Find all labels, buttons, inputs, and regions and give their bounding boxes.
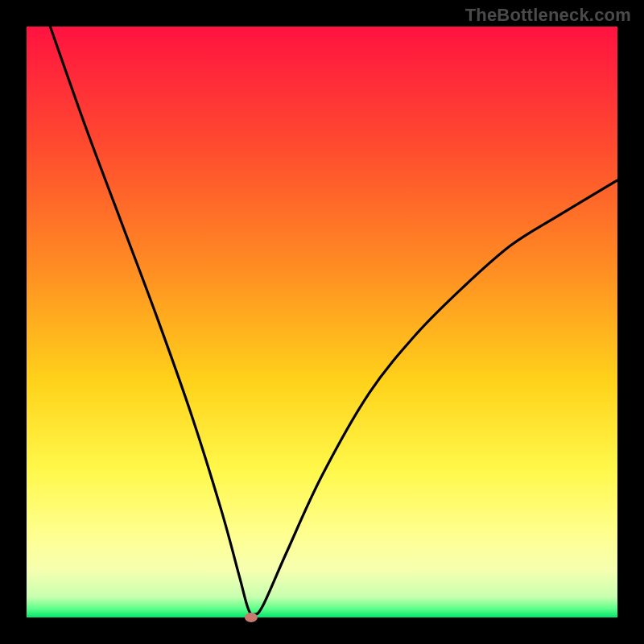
chart-svg	[0, 0, 644, 644]
minimum-marker	[245, 613, 258, 622]
chart-frame: TheBottleneck.com	[0, 0, 644, 644]
watermark-label: TheBottleneck.com	[465, 5, 631, 26]
plot-background	[27, 27, 617, 617]
